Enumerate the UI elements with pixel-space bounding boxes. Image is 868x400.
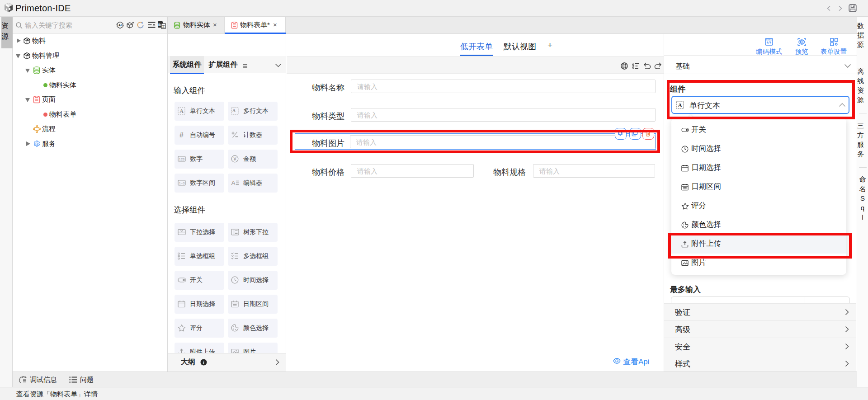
svg-text:1~3: 1~3 [179,181,185,185]
svg-text:A: A [232,108,236,113]
svg-text:A: A [231,179,236,186]
svg-text:123: 123 [179,157,185,161]
svg-text:文: 文 [162,24,165,28]
svg-text:A: A [179,108,184,114]
svg-text:i: i [203,360,204,365]
svg-text:#: # [179,131,184,139]
svg-text:¥: ¥ [233,156,236,162]
svg-text:AI: AI [118,24,122,27]
